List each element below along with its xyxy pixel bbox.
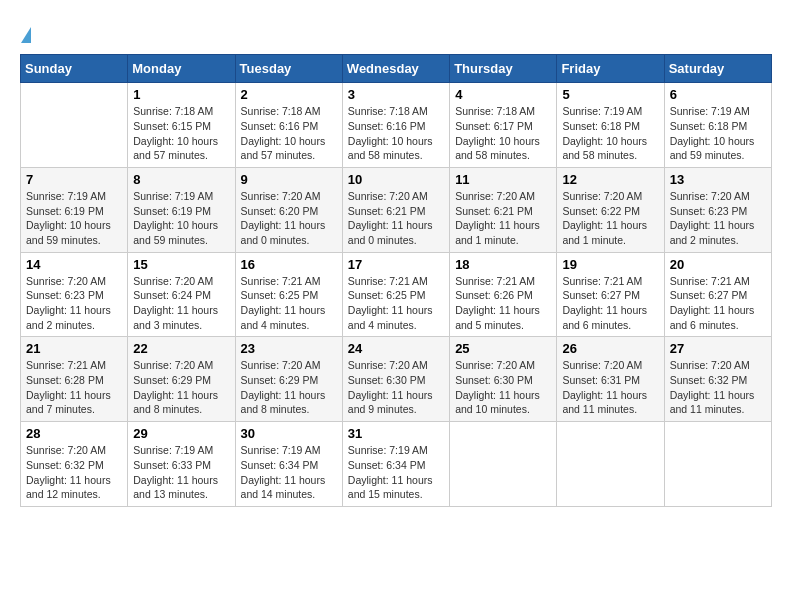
day-number: 26 [562, 341, 658, 356]
day-info: Sunrise: 7:19 AM Sunset: 6:34 PM Dayligh… [348, 443, 444, 502]
page-header [20, 20, 772, 44]
calendar-header-row: SundayMondayTuesdayWednesdayThursdayFrid… [21, 55, 772, 83]
calendar-cell: 27Sunrise: 7:20 AM Sunset: 6:32 PM Dayli… [664, 337, 771, 422]
calendar-cell: 24Sunrise: 7:20 AM Sunset: 6:30 PM Dayli… [342, 337, 449, 422]
day-number: 19 [562, 257, 658, 272]
day-info: Sunrise: 7:21 AM Sunset: 6:25 PM Dayligh… [241, 274, 337, 333]
calendar-cell: 23Sunrise: 7:20 AM Sunset: 6:29 PM Dayli… [235, 337, 342, 422]
calendar-cell: 16Sunrise: 7:21 AM Sunset: 6:25 PM Dayli… [235, 252, 342, 337]
day-info: Sunrise: 7:18 AM Sunset: 6:16 PM Dayligh… [348, 104, 444, 163]
day-info: Sunrise: 7:20 AM Sunset: 6:29 PM Dayligh… [241, 358, 337, 417]
day-info: Sunrise: 7:20 AM Sunset: 6:32 PM Dayligh… [670, 358, 766, 417]
calendar-week-row: 28Sunrise: 7:20 AM Sunset: 6:32 PM Dayli… [21, 422, 772, 507]
day-info: Sunrise: 7:21 AM Sunset: 6:25 PM Dayligh… [348, 274, 444, 333]
calendar-cell [664, 422, 771, 507]
calendar-cell: 13Sunrise: 7:20 AM Sunset: 6:23 PM Dayli… [664, 167, 771, 252]
calendar-week-row: 7Sunrise: 7:19 AM Sunset: 6:19 PM Daylig… [21, 167, 772, 252]
day-number: 18 [455, 257, 551, 272]
calendar-cell: 21Sunrise: 7:21 AM Sunset: 6:28 PM Dayli… [21, 337, 128, 422]
day-number: 17 [348, 257, 444, 272]
calendar-cell: 8Sunrise: 7:19 AM Sunset: 6:19 PM Daylig… [128, 167, 235, 252]
day-number: 11 [455, 172, 551, 187]
calendar-cell: 30Sunrise: 7:19 AM Sunset: 6:34 PM Dayli… [235, 422, 342, 507]
day-number: 29 [133, 426, 229, 441]
day-info: Sunrise: 7:19 AM Sunset: 6:18 PM Dayligh… [670, 104, 766, 163]
calendar-cell [557, 422, 664, 507]
calendar-cell: 12Sunrise: 7:20 AM Sunset: 6:22 PM Dayli… [557, 167, 664, 252]
calendar-cell: 14Sunrise: 7:20 AM Sunset: 6:23 PM Dayli… [21, 252, 128, 337]
day-info: Sunrise: 7:20 AM Sunset: 6:29 PM Dayligh… [133, 358, 229, 417]
calendar-header-saturday: Saturday [664, 55, 771, 83]
calendar-week-row: 1Sunrise: 7:18 AM Sunset: 6:15 PM Daylig… [21, 83, 772, 168]
day-number: 12 [562, 172, 658, 187]
day-number: 15 [133, 257, 229, 272]
calendar-week-row: 14Sunrise: 7:20 AM Sunset: 6:23 PM Dayli… [21, 252, 772, 337]
day-number: 8 [133, 172, 229, 187]
calendar-header-friday: Friday [557, 55, 664, 83]
day-info: Sunrise: 7:20 AM Sunset: 6:30 PM Dayligh… [348, 358, 444, 417]
day-info: Sunrise: 7:21 AM Sunset: 6:28 PM Dayligh… [26, 358, 122, 417]
calendar-cell: 15Sunrise: 7:20 AM Sunset: 6:24 PM Dayli… [128, 252, 235, 337]
calendar-cell: 19Sunrise: 7:21 AM Sunset: 6:27 PM Dayli… [557, 252, 664, 337]
day-info: Sunrise: 7:20 AM Sunset: 6:24 PM Dayligh… [133, 274, 229, 333]
day-info: Sunrise: 7:18 AM Sunset: 6:15 PM Dayligh… [133, 104, 229, 163]
calendar-cell: 20Sunrise: 7:21 AM Sunset: 6:27 PM Dayli… [664, 252, 771, 337]
calendar-cell: 7Sunrise: 7:19 AM Sunset: 6:19 PM Daylig… [21, 167, 128, 252]
day-info: Sunrise: 7:19 AM Sunset: 6:18 PM Dayligh… [562, 104, 658, 163]
day-number: 16 [241, 257, 337, 272]
day-number: 4 [455, 87, 551, 102]
calendar-cell: 26Sunrise: 7:20 AM Sunset: 6:31 PM Dayli… [557, 337, 664, 422]
calendar-header-monday: Monday [128, 55, 235, 83]
day-info: Sunrise: 7:21 AM Sunset: 6:26 PM Dayligh… [455, 274, 551, 333]
calendar-header-sunday: Sunday [21, 55, 128, 83]
day-info: Sunrise: 7:19 AM Sunset: 6:19 PM Dayligh… [26, 189, 122, 248]
calendar-table: SundayMondayTuesdayWednesdayThursdayFrid… [20, 54, 772, 507]
calendar-cell: 22Sunrise: 7:20 AM Sunset: 6:29 PM Dayli… [128, 337, 235, 422]
day-number: 23 [241, 341, 337, 356]
day-number: 5 [562, 87, 658, 102]
day-info: Sunrise: 7:20 AM Sunset: 6:20 PM Dayligh… [241, 189, 337, 248]
day-info: Sunrise: 7:19 AM Sunset: 6:34 PM Dayligh… [241, 443, 337, 502]
day-number: 24 [348, 341, 444, 356]
calendar-header-tuesday: Tuesday [235, 55, 342, 83]
calendar-cell [21, 83, 128, 168]
day-number: 20 [670, 257, 766, 272]
calendar-cell: 3Sunrise: 7:18 AM Sunset: 6:16 PM Daylig… [342, 83, 449, 168]
day-info: Sunrise: 7:20 AM Sunset: 6:32 PM Dayligh… [26, 443, 122, 502]
day-number: 1 [133, 87, 229, 102]
day-info: Sunrise: 7:20 AM Sunset: 6:21 PM Dayligh… [348, 189, 444, 248]
day-number: 21 [26, 341, 122, 356]
day-info: Sunrise: 7:20 AM Sunset: 6:30 PM Dayligh… [455, 358, 551, 417]
logo-triangle-icon [21, 27, 31, 43]
day-info: Sunrise: 7:20 AM Sunset: 6:22 PM Dayligh… [562, 189, 658, 248]
calendar-cell: 31Sunrise: 7:19 AM Sunset: 6:34 PM Dayli… [342, 422, 449, 507]
day-info: Sunrise: 7:18 AM Sunset: 6:17 PM Dayligh… [455, 104, 551, 163]
calendar-header-wednesday: Wednesday [342, 55, 449, 83]
day-number: 28 [26, 426, 122, 441]
day-info: Sunrise: 7:21 AM Sunset: 6:27 PM Dayligh… [562, 274, 658, 333]
day-number: 3 [348, 87, 444, 102]
day-info: Sunrise: 7:20 AM Sunset: 6:23 PM Dayligh… [670, 189, 766, 248]
logo [20, 20, 110, 44]
calendar-week-row: 21Sunrise: 7:21 AM Sunset: 6:28 PM Dayli… [21, 337, 772, 422]
calendar-cell: 18Sunrise: 7:21 AM Sunset: 6:26 PM Dayli… [450, 252, 557, 337]
day-info: Sunrise: 7:20 AM Sunset: 6:31 PM Dayligh… [562, 358, 658, 417]
calendar-cell: 17Sunrise: 7:21 AM Sunset: 6:25 PM Dayli… [342, 252, 449, 337]
day-info: Sunrise: 7:19 AM Sunset: 6:19 PM Dayligh… [133, 189, 229, 248]
calendar-cell [450, 422, 557, 507]
day-number: 7 [26, 172, 122, 187]
calendar-cell: 4Sunrise: 7:18 AM Sunset: 6:17 PM Daylig… [450, 83, 557, 168]
calendar-cell: 6Sunrise: 7:19 AM Sunset: 6:18 PM Daylig… [664, 83, 771, 168]
day-number: 22 [133, 341, 229, 356]
calendar-cell: 11Sunrise: 7:20 AM Sunset: 6:21 PM Dayli… [450, 167, 557, 252]
day-number: 14 [26, 257, 122, 272]
day-number: 31 [348, 426, 444, 441]
day-number: 25 [455, 341, 551, 356]
day-info: Sunrise: 7:18 AM Sunset: 6:16 PM Dayligh… [241, 104, 337, 163]
day-info: Sunrise: 7:21 AM Sunset: 6:27 PM Dayligh… [670, 274, 766, 333]
day-info: Sunrise: 7:19 AM Sunset: 6:33 PM Dayligh… [133, 443, 229, 502]
day-number: 27 [670, 341, 766, 356]
calendar-cell: 28Sunrise: 7:20 AM Sunset: 6:32 PM Dayli… [21, 422, 128, 507]
calendar-header-thursday: Thursday [450, 55, 557, 83]
day-number: 6 [670, 87, 766, 102]
